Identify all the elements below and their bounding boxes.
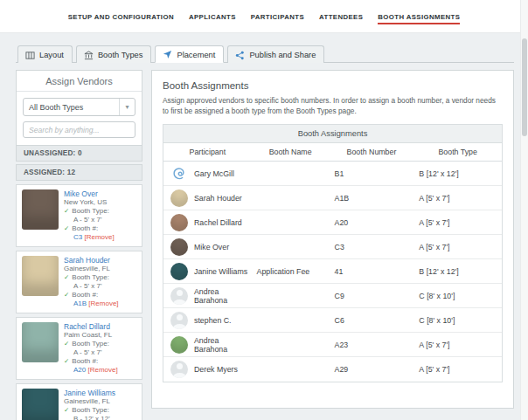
- booth-types-icon: [84, 51, 94, 60]
- assign-vendors-panel: Assign Vendors All Booth Types ▾ UNASSIG…: [16, 70, 142, 420]
- participant-name: stephen C.: [194, 316, 232, 325]
- booth-type-cell: A [5' x 7']: [413, 243, 502, 251]
- search-input[interactable]: [23, 121, 135, 138]
- vendor-avatar: [22, 189, 59, 230]
- table-row[interactable]: Rachel Dillard A20 A [5' x 7']: [163, 210, 502, 235]
- nav-item-participants[interactable]: PARTICIPANTS: [251, 9, 304, 24]
- booth-type-cell: A [5' x 7']: [413, 341, 502, 349]
- booth-number-cell: B1: [330, 169, 414, 178]
- booth-number-cell: 41: [330, 267, 414, 276]
- booth-assignments-panel: Booth Assignments Assign approved vendor…: [151, 70, 514, 409]
- booth-type-cell: C [8' x 10']: [413, 316, 502, 325]
- tab-layout[interactable]: Layout: [17, 45, 73, 63]
- booth-number-label: Booth #:: [72, 291, 98, 300]
- booth-type-cell: A [5' x 7']: [413, 218, 502, 227]
- participant-avatar: [170, 238, 188, 256]
- vendor-name-link[interactable]: Sarah Houder: [64, 256, 119, 265]
- booth-number-cell: C3: [330, 243, 414, 251]
- column-header-booth-number: Booth Number: [330, 143, 414, 161]
- vendor-card[interactable]: Rachel Dillard Palm Coast, FL ✓Booth Typ…: [16, 317, 142, 380]
- check-icon: ✓: [64, 273, 69, 282]
- nav-item-setup[interactable]: SETUP AND CONFIGURATION: [68, 9, 174, 24]
- participant-avatar: [170, 287, 188, 305]
- table-row[interactable]: Gary McGill B1 B [12' x 12']: [163, 162, 502, 186]
- vendor-name-link[interactable]: Janine Williams: [64, 389, 115, 397]
- booth-type-filter-value: All Booth Types: [24, 99, 119, 115]
- table-caption: Booth Assignments: [163, 125, 502, 143]
- participant-name: Andrea Barahona: [194, 336, 252, 354]
- remove-link[interactable]: [Remove]: [84, 233, 114, 241]
- booth-number-cell: A1B: [330, 194, 414, 203]
- booth-type-cell: A [5' x 7']: [413, 194, 502, 203]
- vendor-card[interactable]: Mike Over New York, US ✓Booth Type: A - …: [16, 184, 142, 247]
- check-icon: ✓: [64, 291, 69, 300]
- vertical-scrollbar[interactable]: [520, 0, 528, 420]
- table-row[interactable]: stephen C. C6 C [8' x 10']: [163, 308, 502, 333]
- tab-publish-and-share-label: Publish and Share: [249, 51, 316, 59]
- scrollbar-thumb[interactable]: [522, 38, 527, 136]
- remove-link[interactable]: [Remove]: [87, 366, 117, 374]
- layout-icon: [25, 51, 35, 60]
- table-row[interactable]: Andrea Barahona C9 C [8' x 10']: [163, 284, 502, 308]
- booth-number-value: A20: [73, 366, 86, 374]
- tab-placement-label: Placement: [177, 51, 215, 59]
- check-icon: ✓: [64, 406, 69, 415]
- booth-type-label: Booth Type:: [72, 207, 109, 216]
- booth-type-label: Booth Type:: [72, 340, 109, 348]
- vendor-name-link[interactable]: Rachel Dillard: [64, 322, 118, 331]
- booth-number-value: A1B: [73, 300, 87, 307]
- nav-item-booth-assignments[interactable]: BOOTH ASSIGNMENTS: [378, 9, 460, 24]
- tab-layout-label: Layout: [39, 51, 64, 59]
- nav-item-applicants[interactable]: APPLICANTS: [189, 9, 236, 24]
- booth-number-cell: A29: [330, 365, 414, 374]
- booth-type-value: A - 5' x 7': [64, 216, 115, 224]
- remove-link[interactable]: [Remove]: [88, 300, 118, 307]
- table-row[interactable]: Sarah Houder A1B A [5' x 7']: [163, 186, 502, 210]
- vendor-location: Gainesville, FL: [64, 265, 119, 273]
- booth-number-label: Booth #:: [72, 224, 98, 233]
- participant-avatar: [170, 336, 188, 354]
- booth-number-cell: C9: [330, 292, 414, 300]
- table-row[interactable]: Derek Myers A29 A [5' x 7']: [163, 357, 502, 382]
- booth-type-cell: B [12' x 12']: [413, 267, 502, 276]
- participant-avatar: [170, 214, 188, 231]
- booth-name-cell: Application Fee: [252, 267, 330, 276]
- table-row[interactable]: Andrea Barahona A23 A [5' x 7']: [163, 333, 502, 357]
- vendor-name-link[interactable]: Mike Over: [64, 189, 115, 198]
- top-navigation: SETUP AND CONFIGURATION APPLICANTS PARTI…: [0, 0, 528, 33]
- table-header-row: Participant Booth Name Booth Number Boot…: [163, 143, 502, 162]
- check-icon: ✓: [64, 357, 69, 366]
- page-content: Layout Booth Types Placement Publish and…: [0, 33, 528, 420]
- vendor-card[interactable]: Sarah Houder Gainesville, FL ✓Booth Type…: [16, 251, 142, 313]
- tab-publish-and-share[interactable]: Publish and Share: [227, 45, 324, 63]
- participant-name: Sarah Houder: [194, 194, 242, 203]
- participant-avatar: [170, 263, 188, 280]
- vendor-avatar: [22, 389, 59, 420]
- table-row[interactable]: Mike Over C3 A [5' x 7']: [163, 235, 502, 259]
- check-icon: ✓: [64, 224, 69, 233]
- booth-number-cell: A20: [330, 218, 414, 227]
- share-icon: [235, 51, 245, 60]
- participant-avatar: [170, 312, 188, 329]
- vendor-location: Gainesville, FL: [64, 397, 115, 406]
- table-row[interactable]: Janine Williams Application Fee 41 B [12…: [163, 259, 502, 284]
- check-icon: ✓: [64, 207, 69, 216]
- vendor-avatar: [22, 256, 59, 296]
- default-avatar-icon: [170, 165, 188, 182]
- tab-booth-types[interactable]: Booth Types: [76, 45, 152, 63]
- tab-placement[interactable]: Placement: [155, 45, 224, 63]
- booth-type-cell: C [8' x 10']: [413, 292, 502, 300]
- unassigned-count: UNASSIGNED: 0: [16, 146, 142, 162]
- vendor-avatar: [22, 322, 59, 362]
- booth-type-filter[interactable]: All Booth Types ▾: [23, 98, 135, 116]
- assigned-count: ASSIGNED: 12: [16, 164, 142, 181]
- booth-type-cell: B [12' x 12']: [413, 169, 502, 178]
- tab-bar: Layout Booth Types Placement Publish and…: [16, 45, 514, 63]
- participant-name: Derek Myers: [194, 365, 238, 374]
- booth-type-value: A - 5' x 7': [64, 348, 118, 357]
- assignments-table: Booth Assignments Participant Booth Name…: [163, 124, 503, 382]
- booth-number-label: Booth #:: [72, 357, 98, 366]
- booth-type-cell: A [5' x 7']: [413, 365, 502, 374]
- vendor-card[interactable]: Janine Williams Gainesville, FL ✓Booth T…: [16, 383, 142, 420]
- nav-item-attendees[interactable]: ATTENDEES: [319, 9, 363, 24]
